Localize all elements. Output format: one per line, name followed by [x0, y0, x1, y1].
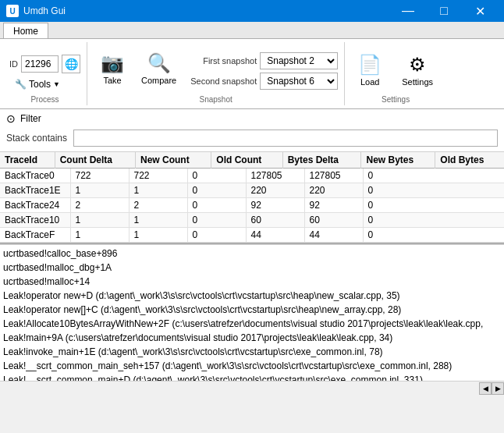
log-area[interactable]: ucrtbased!calloc_base+896ucrtbased!mallo… — [0, 244, 504, 381]
table-row[interactable]: BackTrace072272201278051278050 — [0, 169, 504, 183]
filter-section: ⊙ Filter Stack contains — [0, 109, 504, 152]
table-scroll[interactable]: BackTrace072272201278051278050BackTrace1… — [0, 169, 504, 243]
table-row[interactable]: BackTrace2422092920 — [0, 198, 504, 213]
ribbon-group-snapshot: 📷 Take 🔍 Compare First snapshot Snapshot… — [87, 42, 345, 105]
bottom-scrollbar: ◀ ▶ — [0, 381, 504, 395]
tools-dropdown-arrow: ▼ — [53, 80, 60, 88]
col-bytes-delta: Bytes Delta — [282, 152, 361, 169]
scroll-left-button[interactable]: ◀ — [479, 382, 492, 395]
scroll-right-button[interactable]: ▶ — [492, 382, 504, 395]
wrench-icon: 🔧 — [15, 79, 27, 90]
snapshot-group-content: 📷 Take 🔍 Compare First snapshot Snapshot… — [94, 44, 338, 94]
filter-toggle-icon: ⊙ — [6, 112, 16, 125]
tools-button[interactable]: 🔧 Tools ▼ — [9, 76, 66, 92]
process-group-label: Process — [30, 95, 59, 104]
first-snapshot-select[interactable]: Snapshot 2 — [260, 52, 338, 69]
log-line: Leak!operator new[]+C (d:\agent\_work\3\… — [3, 303, 501, 317]
col-old-bytes: Old Bytes — [435, 152, 504, 169]
settings-group-label: Settings — [382, 95, 410, 104]
settings-button[interactable]: ⚙ Settings — [395, 50, 440, 91]
log-line: Leak!Allocate10BytesArrayWithNew+2F (c:\… — [3, 317, 501, 331]
table-container: TraceId Count Delta New Count Old Count … — [0, 152, 504, 244]
scroll-track: ◀ ▶ — [0, 382, 504, 395]
tab-home[interactable]: Home — [3, 23, 48, 38]
log-line: Leak!main+9A (c:\users\atrefzer\document… — [3, 331, 501, 345]
compare-label: Compare — [141, 76, 176, 85]
col-trace-id: TraceId — [0, 152, 55, 169]
minimize-button[interactable]: — — [390, 0, 426, 22]
stack-contains-input[interactable] — [73, 130, 498, 147]
col-count-delta: Count Delta — [55, 152, 135, 169]
second-snapshot-select[interactable]: Snapshot 6 — [260, 73, 338, 90]
first-snapshot-row: First snapshot Snapshot 2 — [186, 52, 338, 69]
ribbon: ID 🌐 🔧 Tools ▼ Process 📷 Take — [0, 39, 504, 109]
table-row[interactable]: BackTrace1011060600 — [0, 213, 504, 228]
window-controls: — □ ✕ — [390, 0, 498, 22]
log-line: Leak!__scrt_common_main+D (d:\agent\_wor… — [3, 373, 501, 381]
snapshot-dropdowns: First snapshot Snapshot 2 Second snapsho… — [186, 48, 338, 90]
log-line: Leak!invoke_main+1E (d:\agent\_work\3\s\… — [3, 345, 501, 359]
first-snapshot-label: First snapshot — [186, 56, 257, 66]
take-label: Take — [103, 76, 121, 85]
stack-contains-label: Stack contains — [6, 133, 69, 144]
snapshot-group-label: Snapshot — [199, 95, 232, 104]
ribbon-group-load-settings: 📄 Load ⚙ Settings Settings — [345, 42, 446, 105]
table-header-row: TraceId Count Delta New Count Old Count … — [0, 152, 504, 169]
compare-icon: 🔍 — [147, 52, 171, 74]
ribbon-group-process: ID 🌐 🔧 Tools ▼ Process — [3, 42, 87, 105]
load-button[interactable]: 📄 Load — [351, 50, 389, 91]
maximize-button[interactable]: □ — [426, 0, 462, 22]
second-snapshot-row: Second snapshot Snapshot 6 — [186, 73, 338, 90]
app-icon: U — [6, 5, 19, 17]
filter-title: Filter — [20, 113, 41, 124]
title-bar: U Umdh Gui — □ ✕ — [0, 0, 504, 22]
log-line: ucrtbased!malloc+14 — [3, 275, 501, 289]
take-snapshot-button[interactable]: 📷 Take — [94, 48, 131, 89]
app-title: Umdh Gui — [23, 5, 66, 16]
log-line: Leak!operator new+D (d:\agent\_work\3\s\… — [3, 289, 501, 303]
table-row[interactable]: BackTraceF11044440 — [0, 228, 504, 243]
load-icon: 📄 — [358, 54, 382, 76]
tab-row: Home — [0, 22, 504, 39]
load-settings-content: 📄 Load ⚙ Settings — [351, 44, 440, 94]
camera-icon: 📷 — [101, 52, 124, 74]
globe-button[interactable]: 🌐 — [62, 55, 80, 73]
process-group-content: ID 🌐 🔧 Tools ▼ — [9, 44, 80, 94]
process-id-input[interactable] — [21, 55, 59, 73]
table-body: BackTrace072272201278051278050BackTrace1… — [0, 169, 504, 243]
col-old-count: Old Count — [211, 152, 282, 169]
log-line: Leak!__scrt_common_main_seh+157 (d:\agen… — [3, 359, 501, 373]
close-button[interactable]: ✕ — [462, 0, 498, 22]
compare-snapshot-button[interactable]: 🔍 Compare — [134, 48, 183, 89]
filter-header[interactable]: ⊙ Filter — [6, 112, 498, 125]
log-line: ucrtbased!calloc_base+896 — [3, 247, 501, 261]
data-table: TraceId Count Delta New Count Old Count … — [0, 152, 504, 169]
second-snapshot-label: Second snapshot — [186, 76, 257, 86]
filter-row: Stack contains — [6, 128, 498, 148]
table-body: BackTrace072272201278051278050BackTrace1… — [0, 169, 504, 243]
settings-icon: ⚙ — [409, 54, 426, 76]
log-line: ucrtbased!malloc_dbg+1A — [3, 261, 501, 275]
col-new-bytes: New Bytes — [361, 152, 435, 169]
load-label: Load — [360, 77, 379, 87]
settings-label: Settings — [402, 77, 433, 87]
table-row[interactable]: BackTrace1E1102202200 — [0, 183, 504, 198]
col-new-count: New Count — [136, 152, 211, 169]
id-label: ID — [9, 59, 18, 69]
